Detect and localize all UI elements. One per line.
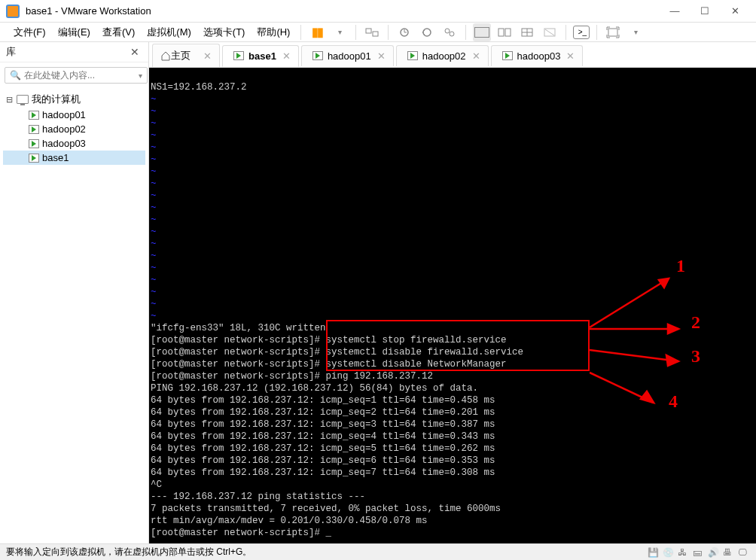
vmware-icon bbox=[6, 5, 20, 18]
search-icon: 🔍 bbox=[10, 70, 21, 81]
tab-hadoop03[interactable]: hadoop03 ✕ bbox=[491, 45, 584, 66]
pause-button[interactable]: ▮▮ bbox=[308, 23, 326, 41]
terminal-console[interactable]: NS1=192.168.237.2 ~ ~ ~ ~ ~ ~ ~ ~ ~ ~ ~ … bbox=[149, 68, 756, 543]
tree-root-my-computer[interactable]: ⊟ 我的计算机 bbox=[3, 91, 145, 108]
tree-root-label: 我的计算机 bbox=[32, 93, 81, 106]
tab-close-icon[interactable]: ✕ bbox=[466, 50, 480, 62]
menu-vm[interactable]: 虚拟机(M) bbox=[141, 26, 197, 39]
term-line: 64 bytes from 192.168.237.12: icmp_seq=1… bbox=[151, 395, 495, 406]
maximize-button[interactable]: ☐ bbox=[690, 0, 720, 23]
term-line: 64 bytes from 192.168.237.12: icmp_seq=2… bbox=[151, 407, 495, 418]
term-line: 64 bytes from 192.168.237.12: icmp_seq=5… bbox=[151, 443, 495, 454]
tab-hadoop01[interactable]: hadoop01 ✕ bbox=[301, 45, 394, 66]
snapshot-revert-icon[interactable] bbox=[418, 23, 436, 41]
view-unity-icon[interactable] bbox=[518, 23, 536, 41]
fullscreen-dropdown[interactable]: ▾ bbox=[626, 23, 645, 41]
svg-marker-19 bbox=[666, 355, 678, 366]
svg-marker-21 bbox=[641, 391, 654, 403]
menu-file[interactable]: 文件(F) bbox=[8, 26, 52, 39]
tab-base1[interactable]: base1 ✕ bbox=[222, 45, 299, 67]
vm-icon bbox=[29, 139, 39, 148]
tree-item-label: hadoop02 bbox=[42, 123, 86, 135]
vm-icon bbox=[312, 51, 323, 60]
close-window-button[interactable]: ✕ bbox=[720, 0, 750, 23]
menu-view[interactable]: 查看(V) bbox=[96, 26, 141, 39]
view-disabled-icon[interactable] bbox=[541, 23, 559, 41]
power-dropdown[interactable]: ▾ bbox=[331, 23, 349, 41]
vim-tilde: ~ bbox=[151, 239, 157, 249]
menu-tabs[interactable]: 选项卡(T) bbox=[197, 26, 251, 39]
term-line: "ifcfg-ens33" 18L, 310C written bbox=[151, 323, 326, 333]
tab-label: base1 bbox=[248, 50, 276, 62]
svg-rect-7 bbox=[505, 29, 511, 36]
snapshot-icon[interactable] bbox=[395, 23, 413, 41]
console-icon[interactable]: >_ bbox=[573, 26, 590, 39]
fullscreen-icon[interactable] bbox=[604, 23, 622, 41]
library-title: 库 bbox=[6, 45, 127, 59]
svg-rect-1 bbox=[373, 32, 378, 36]
svg-marker-15 bbox=[659, 278, 669, 288]
window-title: base1 - VMware Workstation bbox=[26, 5, 660, 17]
vim-tilde: ~ bbox=[151, 154, 157, 165]
status-printer-icon[interactable]: 🖶 bbox=[723, 547, 735, 558]
tree-vm-base1[interactable]: base1 bbox=[3, 151, 145, 165]
menu-edit[interactable]: 编辑(E) bbox=[52, 26, 96, 39]
svg-rect-13 bbox=[608, 29, 617, 36]
svg-rect-6 bbox=[498, 29, 504, 36]
vm-icon bbox=[29, 154, 39, 163]
status-hdd-icon[interactable]: 💾 bbox=[648, 547, 660, 558]
tab-close-icon[interactable]: ✕ bbox=[197, 50, 212, 62]
vim-tilde: ~ bbox=[151, 263, 157, 273]
snapshot-manager-icon[interactable] bbox=[440, 23, 459, 41]
menu-help[interactable]: 帮助(H) bbox=[251, 26, 296, 39]
vim-tilde: ~ bbox=[151, 94, 157, 105]
svg-line-12 bbox=[545, 29, 554, 35]
tab-label: hadoop03 bbox=[517, 50, 561, 62]
tree-vm-hadoop01[interactable]: hadoop01 bbox=[3, 108, 145, 122]
tab-label: hadoop02 bbox=[422, 50, 466, 62]
term-line: 64 bytes from 192.168.237.12: icmp_seq=4… bbox=[151, 431, 495, 442]
vim-tilde: ~ bbox=[151, 178, 157, 189]
vim-tilde: ~ bbox=[151, 215, 157, 225]
term-line: --- 192.168.237.12 ping statistics --- bbox=[151, 492, 365, 502]
vm-icon bbox=[502, 51, 513, 60]
vm-icon bbox=[29, 111, 39, 120]
tab-home[interactable]: 主页 ✕ bbox=[152, 44, 220, 67]
vm-icon bbox=[407, 51, 418, 60]
status-net-icon[interactable]: 🖧 bbox=[678, 547, 690, 558]
annotation-label-4: 4 bbox=[669, 395, 678, 407]
search-input[interactable] bbox=[24, 70, 137, 81]
term-line: [root@master network-scripts]# ping 192.… bbox=[151, 371, 433, 382]
vim-tilde: ~ bbox=[151, 190, 157, 201]
vim-tilde: ~ bbox=[151, 299, 157, 309]
view-single-icon[interactable] bbox=[473, 23, 491, 41]
tab-close-icon[interactable]: ✕ bbox=[371, 50, 386, 62]
tab-close-icon[interactable]: ✕ bbox=[560, 50, 575, 62]
term-line: 64 bytes from 192.168.237.12: icmp_seq=3… bbox=[151, 419, 495, 430]
tab-hadoop02[interactable]: hadoop02 ✕ bbox=[396, 45, 489, 66]
statusbar: 要将输入定向到该虚拟机，请在虚拟机内部单击或按 Ctrl+G。 💾 💿 🖧 🖴 … bbox=[0, 543, 756, 560]
tree-vm-hadoop02[interactable]: hadoop02 bbox=[3, 122, 145, 136]
status-display-icon[interactable]: 🖵 bbox=[738, 547, 750, 558]
statusbar-text: 要将输入定向到该虚拟机，请在虚拟机内部单击或按 Ctrl+G。 bbox=[6, 546, 251, 558]
minimize-button[interactable]: — bbox=[660, 0, 690, 23]
vm-icon bbox=[233, 51, 244, 60]
svg-point-3 bbox=[423, 29, 431, 36]
tab-close-icon[interactable]: ✕ bbox=[276, 50, 291, 62]
status-sound-icon[interactable]: 🔊 bbox=[708, 547, 720, 558]
search-input-wrap[interactable]: 🔍 ▾ bbox=[5, 67, 148, 84]
term-line: [root@master network-scripts]# systemctl… bbox=[151, 347, 523, 358]
vim-tilde: ~ bbox=[151, 166, 157, 177]
term-line: rtt min/avg/max/mdev = 0.201/0.330/0.458… bbox=[151, 516, 428, 526]
library-close-button[interactable]: ✕ bbox=[127, 46, 142, 58]
view-multi-icon[interactable] bbox=[495, 23, 514, 41]
status-usb-icon[interactable]: 🖴 bbox=[693, 547, 705, 558]
send-keys-icon[interactable] bbox=[363, 23, 381, 41]
svg-rect-0 bbox=[366, 29, 371, 33]
status-cd-icon[interactable]: 💿 bbox=[663, 547, 675, 558]
vim-tilde: ~ bbox=[151, 275, 157, 285]
vim-tilde: ~ bbox=[151, 287, 157, 297]
tree-vm-hadoop03[interactable]: hadoop03 bbox=[3, 136, 145, 151]
search-dropdown-icon[interactable]: ▾ bbox=[139, 72, 142, 80]
vim-tilde: ~ bbox=[151, 227, 157, 237]
